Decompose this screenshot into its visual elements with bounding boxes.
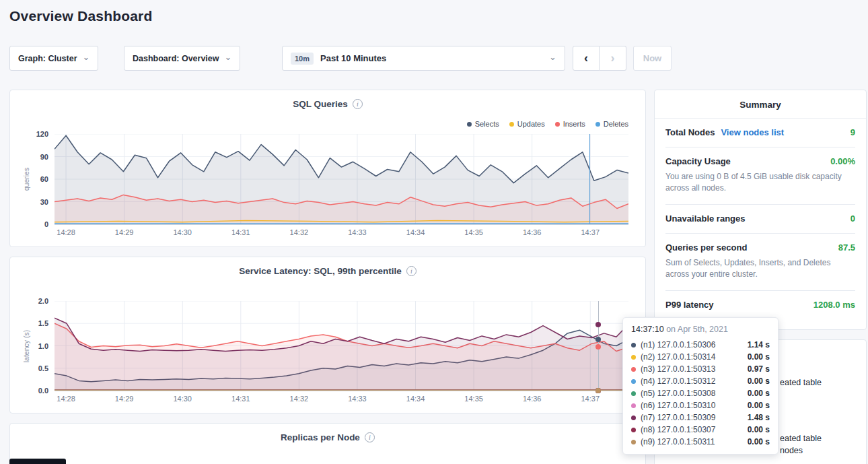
chart-title: SQL Queries [293, 99, 348, 109]
tooltip-node-value: 0.97 s [748, 364, 770, 374]
page-title: Overview Dashboard [9, 8, 153, 24]
chart-canvas [55, 134, 628, 224]
summary-row-line: P99 latency1208.0 ms [665, 300, 855, 310]
summary-row-line: Unavailable ranges0 [665, 213, 855, 224]
y-tick-label: 2.0 [38, 297, 48, 305]
summary-row-line: Queries per second87.5 [665, 242, 855, 253]
hover-crosshair-line [589, 134, 590, 224]
tooltip-node-value: 0.00 s [748, 425, 770, 434]
time-range-dropdown[interactable]: 10m Past 10 Minutes ⌄ [282, 46, 565, 71]
tooltip-row: (n9) 127.0.0.1:503110.00 s [631, 436, 770, 448]
chevron-down-icon: ⌄ [225, 53, 232, 61]
series-color-dot [631, 355, 636, 360]
legend-item[interactable]: Updates [509, 120, 545, 128]
tooltip-date: on Apr 5th, 2021 [666, 325, 728, 334]
y-tick-label: 60 [40, 175, 48, 183]
x-tick-label: 14:29 [115, 228, 134, 236]
dashboard-dropdown[interactable]: Dashboard: Overview ⌄ [124, 46, 240, 71]
tooltip-row: (n3) 127.0.0.1:503130.97 s [631, 363, 770, 375]
series-color-dot [631, 379, 636, 384]
summary-panel: Summary Total NodesView nodes list9Capac… [654, 90, 867, 330]
y-tick-label: 0.0 [38, 387, 48, 395]
x-tick-label: 14:32 [290, 395, 309, 403]
y-tick-label: 120 [36, 130, 48, 138]
x-tick-label: 14:36 [523, 395, 542, 403]
chart-legend: SelectsUpdatesInsertsDeletes [467, 120, 628, 128]
sql-queries-plot[interactable]: 030609012014:2814:2914:3014:3114:3214:33… [55, 134, 628, 225]
info-icon[interactable]: i [365, 432, 375, 442]
event-text-fragment: nodes [780, 446, 803, 455]
tooltip-node-label: (n8) 127.0.0.1:50307 [641, 425, 715, 434]
hover-point-dot [595, 322, 601, 327]
summary-value: 0 [851, 213, 855, 224]
time-prev-button[interactable]: ‹ [573, 46, 600, 71]
graph-dropdown[interactable]: Graph: Cluster ⌄ [9, 46, 98, 71]
tooltip-row: (n8) 127.0.0.1:503070.00 s [631, 424, 770, 436]
tooltip-node-label: (n4) 127.0.0.1:50312 [641, 376, 715, 386]
chart-canvas [55, 301, 628, 391]
tooltip-node-value: 1.48 s [748, 413, 770, 422]
series-color-dot [631, 416, 636, 420]
series-color-dot [595, 122, 600, 127]
time-next-button[interactable]: › [600, 46, 626, 71]
summary-label: Queries per second [665, 242, 747, 253]
tooltip-row: (n7) 127.0.0.1:503091.48 s [631, 411, 770, 424]
y-tick-label: 0 [44, 220, 48, 228]
x-tick-label: 14:30 [173, 228, 192, 236]
tooltip-header: 14:37:10 on Apr 5th, 2021 [631, 325, 770, 334]
view-nodes-link[interactable]: View nodes list [721, 127, 784, 137]
legend-item[interactable]: Deletes [595, 120, 628, 128]
tooltip-node-label: (n1) 127.0.0.1:50306 [641, 340, 715, 350]
summary-label: Unavailable ranges [665, 213, 746, 224]
x-tick-label: 14:29 [115, 395, 134, 403]
dashboard-dropdown-label: Dashboard: Overview [133, 54, 219, 63]
x-tick-label: 14:34 [406, 228, 425, 236]
series-color-dot [631, 403, 636, 408]
time-range-badge: 10m [291, 53, 314, 65]
legend-label: Updates [517, 120, 545, 128]
series-color-dot [631, 440, 636, 444]
hover-point-dot [595, 388, 601, 393]
event-text-fragment: eated table [780, 378, 822, 387]
y-tick-label: 30 [40, 198, 48, 206]
series-color-dot [631, 367, 636, 372]
tooltip-node-label: (n5) 127.0.0.1:50308 [641, 389, 715, 398]
sql-queries-chart-card: SQL Queries i SelectsUpdatesInsertsDelet… [9, 90, 646, 247]
hover-point-dot [595, 344, 601, 350]
legend-label: Inserts [563, 120, 585, 128]
x-tick-label: 14:37 [581, 395, 600, 403]
tooltip-node-label: (n9) 127.0.0.1:50311 [641, 437, 715, 446]
tooltip-row: (n4) 127.0.0.1:503120.00 s [631, 375, 770, 387]
time-nav-group: ‹ › [573, 46, 626, 71]
y-tick-label: 1.0 [38, 342, 48, 350]
summary-row: Total NodesView nodes list9 [665, 119, 855, 147]
info-icon[interactable]: i [353, 99, 363, 109]
now-button[interactable]: Now [633, 46, 672, 71]
x-tick-label: 14:30 [173, 395, 192, 403]
tooltip-time: 14:37:10 [631, 325, 664, 334]
legend-item[interactable]: Selects [467, 120, 499, 128]
sql-latency-plot[interactable]: 0.00.51.01.52.014:2814:2914:3014:3114:32… [55, 301, 628, 391]
chevron-down-icon: ⌄ [549, 53, 556, 61]
legend-item[interactable]: Inserts [555, 120, 585, 128]
series-area [55, 318, 628, 391]
series-color-dot [509, 122, 514, 127]
hover-point-dot [595, 337, 601, 342]
y-tick-label: 1.5 [38, 319, 48, 327]
x-tick-label: 14:36 [523, 228, 542, 236]
tooltip-node-label: (n7) 127.0.0.1:50309 [641, 413, 715, 422]
x-tick-label: 14:28 [57, 228, 75, 236]
tooltip-node-value: 0.00 s [748, 376, 770, 386]
summary-row-line: Capacity Usage0.00% [665, 156, 855, 166]
tooltip-node-label: (n6) 127.0.0.1:50310 [641, 401, 715, 410]
x-tick-label: 14:33 [348, 228, 367, 236]
tooltip-row: (n1) 127.0.0.1:503061.14 s [631, 339, 770, 351]
partial-dark-element [9, 459, 66, 464]
y-axis-label: queries [22, 168, 30, 191]
summary-value: 87.5 [838, 242, 855, 253]
summary-row-line: Total NodesView nodes list9 [665, 127, 855, 137]
x-tick-label: 14:32 [290, 228, 309, 236]
legend-label: Deletes [604, 120, 628, 128]
tooltip-row: (n6) 127.0.0.1:503100.00 s [631, 399, 770, 411]
info-icon[interactable]: i [406, 266, 417, 276]
